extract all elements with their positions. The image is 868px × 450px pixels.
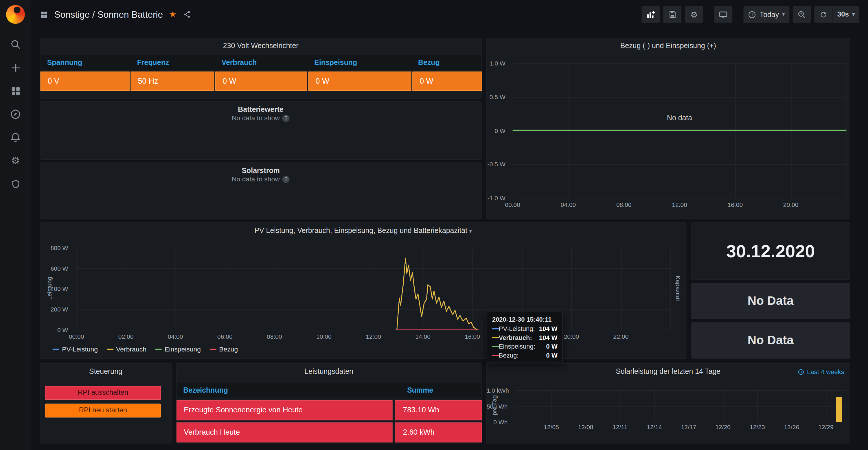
panel-title[interactable]: Solarleistung der letzten 14 Tage bbox=[487, 367, 850, 375]
dashboard-icon[interactable] bbox=[40, 10, 48, 19]
table-cell: 0 W bbox=[215, 72, 307, 91]
column-header[interactable]: Spannung bbox=[40, 55, 130, 70]
x-tick-label: 12/11 bbox=[607, 424, 633, 430]
graph-plot-area[interactable] bbox=[76, 248, 671, 332]
sidebar-item-create[interactable] bbox=[0, 56, 31, 79]
cycle-view-button[interactable] bbox=[714, 6, 733, 23]
panel-solarleistung-14-tage: Solarleistung der letzten 14 Tage Last 4… bbox=[486, 363, 850, 443]
rpi-restart-button[interactable]: RPI neu starten bbox=[45, 404, 161, 418]
grafana-logo[interactable] bbox=[6, 5, 25, 24]
refresh-button[interactable] bbox=[814, 6, 832, 23]
legend-color-dash bbox=[107, 348, 114, 350]
x-tick-label: 22:00 bbox=[608, 333, 634, 340]
legend-label: Einspeisung bbox=[165, 345, 201, 353]
y-tick-label: 800 W bbox=[40, 245, 73, 251]
panel-title[interactable]: PV-Leistung, Verbrauch, Einspeisung, Bez… bbox=[40, 226, 686, 235]
zoom-out-button[interactable] bbox=[793, 6, 811, 23]
gear-icon: ⚙ bbox=[690, 10, 698, 19]
dashboard-title[interactable]: Sonstige / Sonnen Batterie bbox=[54, 9, 163, 20]
x-tick-label: 20:00 bbox=[777, 201, 804, 208]
legend-label: PV-Leistung bbox=[62, 345, 98, 353]
y-tick-label: 0.5 W bbox=[487, 93, 510, 100]
compass-icon bbox=[10, 109, 21, 120]
y-tick-label: -0.5 W bbox=[487, 161, 510, 167]
x-tick-label: 16:00 bbox=[459, 333, 486, 340]
tooltip-value: 0 W bbox=[546, 343, 558, 350]
chevron-down-icon: ▾ bbox=[782, 11, 785, 17]
table-row: Erzeugte Sonnenenergie von Heute 783.10 … bbox=[177, 400, 482, 420]
legend-item-verbrauch[interactable]: Verbrauch bbox=[107, 345, 146, 353]
share-icon[interactable] bbox=[183, 10, 191, 19]
table-cell: Verbrauch Heute bbox=[177, 422, 392, 443]
table-cell: 0 W bbox=[308, 72, 411, 91]
help-icon[interactable]: ? bbox=[282, 176, 290, 183]
x-tick-label: 12/17 bbox=[675, 424, 702, 430]
time-range-button[interactable]: Today ▾ bbox=[744, 6, 789, 23]
chevron-down-icon: ▾ bbox=[852, 11, 855, 17]
graph-no-data-text: No data bbox=[513, 114, 846, 122]
sidebar-item-alerting[interactable] bbox=[0, 126, 31, 149]
legend-color-dash bbox=[155, 348, 162, 350]
legend-item-pv-leistung[interactable]: PV-Leistung bbox=[53, 345, 98, 353]
x-tick-label: 12/20 bbox=[710, 424, 736, 430]
last-4-weeks-link[interactable]: Last 4 weeks bbox=[798, 369, 844, 375]
panel-title[interactable]: 230 Volt Wechselrichter bbox=[40, 41, 481, 50]
add-panel-button[interactable] bbox=[642, 6, 660, 23]
panel-title[interactable]: Leistungsdaten bbox=[177, 367, 481, 375]
legend-color-dash bbox=[53, 348, 59, 350]
x-tick-label: 10:00 bbox=[311, 333, 337, 340]
y-tick-label: 1.0 kWh bbox=[487, 387, 512, 393]
gridline bbox=[846, 63, 847, 198]
column-header[interactable]: Summe bbox=[394, 383, 481, 398]
tooltip-label: Einspeisung: bbox=[499, 343, 535, 350]
table-header-row: Spannung Frequenz Verbrauch Einspeisung … bbox=[40, 55, 481, 70]
y-tick-label: 0 W bbox=[487, 127, 510, 134]
refresh-group: 30s ▾ bbox=[814, 6, 859, 23]
y-tick-label: 400 W bbox=[40, 285, 73, 292]
panel-title[interactable]: Solarstrom bbox=[40, 166, 481, 175]
refresh-interval-button[interactable]: 30s ▾ bbox=[833, 6, 859, 23]
panel-title[interactable]: Bezug (-) und Einspeisung (+) bbox=[487, 41, 850, 50]
monitor-icon bbox=[719, 9, 728, 19]
no-data-text: No data to show bbox=[232, 175, 280, 183]
help-icon[interactable]: ? bbox=[282, 115, 290, 122]
column-header[interactable]: Einspeisung bbox=[308, 55, 411, 70]
sidebar-item-configuration[interactable]: ⚙ bbox=[0, 149, 31, 172]
panel-date: 30.12.2020 bbox=[691, 222, 850, 280]
sidebar-item-server-admin[interactable] bbox=[0, 172, 31, 196]
panel-title[interactable]: Batteriewerte bbox=[40, 106, 481, 114]
star-icon[interactable]: ★ bbox=[169, 9, 177, 20]
x-tick-label: 08:00 bbox=[261, 333, 288, 340]
graph-plot-area[interactable] bbox=[515, 390, 846, 422]
sidebar-item-explore[interactable] bbox=[0, 103, 31, 126]
graph-plot-area[interactable] bbox=[513, 63, 846, 198]
gridline bbox=[515, 422, 846, 422]
column-header[interactable]: Frequenz bbox=[130, 55, 215, 70]
legend-item-bezug[interactable]: Bezug bbox=[210, 345, 238, 353]
y-tick-label: 0 Wh bbox=[487, 419, 512, 425]
tooltip-label: Bezug: bbox=[499, 352, 519, 359]
tooltip-value: 104 W bbox=[539, 326, 558, 332]
no-data-text: No data to show bbox=[232, 114, 280, 122]
time-range-label: Today bbox=[760, 10, 779, 19]
dashboard-settings-button[interactable]: ⚙ bbox=[685, 6, 703, 23]
legend-item-einspeisung[interactable]: Einspeisung bbox=[155, 345, 201, 353]
panel-title[interactable]: Steuerung bbox=[40, 367, 171, 375]
column-header[interactable]: Bezeichnung bbox=[177, 383, 394, 398]
x-tick-label: 12/29 bbox=[813, 424, 839, 430]
save-dashboard-button[interactable] bbox=[663, 6, 682, 23]
legend-label: Bezug bbox=[219, 345, 238, 353]
rpi-shutdown-button[interactable]: RPI ausschalten bbox=[45, 386, 161, 400]
sidebar-item-search[interactable] bbox=[0, 33, 31, 56]
x-tick-label: 12/26 bbox=[778, 424, 805, 430]
x-tick-label: 12/14 bbox=[641, 424, 668, 430]
x-tick-label: 12:00 bbox=[360, 333, 387, 340]
x-tick-label: 12/05 bbox=[538, 424, 565, 430]
clock-icon bbox=[798, 369, 804, 375]
column-header[interactable]: Verbrauch bbox=[215, 55, 308, 70]
bell-icon bbox=[10, 132, 21, 143]
search-icon bbox=[10, 39, 21, 50]
panel-230v-wechselrichter: 230 Volt Wechselrichter Spannung Frequen… bbox=[40, 38, 482, 99]
column-header[interactable]: Bezug bbox=[411, 55, 481, 70]
sidebar-item-dashboards[interactable] bbox=[0, 79, 31, 103]
